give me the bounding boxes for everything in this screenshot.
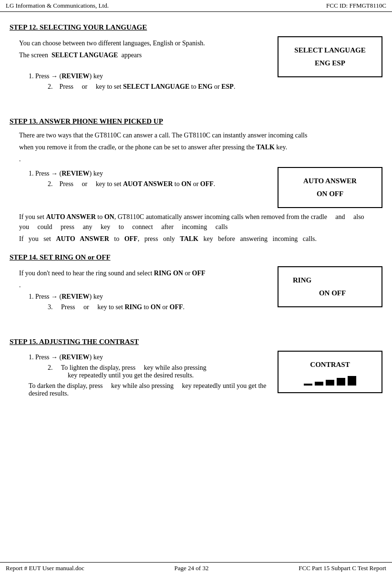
- step12-step1: 1. Press → (REVIEW) key: [29, 73, 268, 80]
- step14-step3: 3. Press or key to set RING to ON or OFF…: [48, 303, 268, 311]
- step-12-heading: STEP 12. SELECTING YOUR LANGUAGE: [10, 23, 382, 31]
- step15-screen-line1: CONTRAST: [288, 358, 372, 371]
- step15-step1: 1. Press → (REVIEW) key: [29, 354, 268, 361]
- step14-dot: .: [19, 280, 268, 290]
- step13-screen-line2: ON OFF: [288, 188, 372, 200]
- step15-screen: CONTRAST: [278, 351, 382, 393]
- contrast-bar-5: [348, 376, 356, 386]
- step13-para1: There are two ways that the GT8110C can …: [19, 130, 382, 140]
- contrast-bar-2: [315, 382, 323, 386]
- step14-screen-line1: RING: [288, 274, 372, 287]
- contrast-bar-3: [326, 380, 334, 386]
- step-13-heading: STEP 13. ANSWER PHONE WHEN PICKED UP: [10, 117, 382, 125]
- step14-screen-line2: ON OFF: [288, 287, 372, 300]
- step12-screen: SELECT LANGUAGE ENG ESP: [278, 36, 382, 77]
- step-12-section: STEP 12. SELECTING YOUR LANGUAGE You can…: [10, 23, 382, 93]
- step13-para2: when you remove it from the cradle, or t…: [19, 142, 382, 152]
- step13-screen: AUTO ANSWER ON OFF: [278, 167, 382, 208]
- step13-step2: 2. Press or key to set AUOT ANSWER to ON…: [48, 180, 268, 188]
- step14-step1: 1. Press → (REVIEW) key: [29, 293, 268, 301]
- step13-para4: If you set AUTO ANSWER to OFF, press onl…: [19, 234, 382, 244]
- step12-screen-line1: SELECT LANGUAGE: [288, 44, 372, 57]
- step14-screen: RING ON OFF: [278, 266, 382, 307]
- step15-step2: 2. To lighten the display, press key whi…: [48, 364, 268, 379]
- step13-para3: If you set AUTO ANSWER to ON, GT8110C au…: [19, 212, 382, 232]
- step-15-heading: STEP 15. ADJUSTING THE CONTRAST: [10, 338, 382, 346]
- step12-screen-line2: ENG ESP: [288, 57, 372, 70]
- step15-step3: To darken the display, press key while a…: [29, 382, 268, 397]
- step-15-section: STEP 15. ADJUSTING THE CONTRAST 1. Press…: [10, 338, 382, 400]
- contrast-bar-1: [304, 384, 312, 386]
- step12-step2: 2. Press or key to set SELECT LANGUAGE t…: [48, 83, 268, 91]
- step13-step1: 1. Press → (REVIEW) key: [29, 170, 268, 177]
- contrast-bars: [288, 375, 372, 386]
- header-left: LG Information & Communications, Ltd.: [6, 2, 109, 10]
- step14-para1: If you don't need to hear the ring sound…: [19, 268, 268, 278]
- footer-center: Page 24 of 32: [175, 564, 209, 572]
- step12-para2: The screen SELECT LANGUAGE appears: [19, 50, 268, 60]
- header-right: FCC ID: FFMGT8110C: [326, 2, 386, 10]
- contrast-bar-4: [337, 378, 345, 386]
- step-13-section: STEP 13. ANSWER PHONE WHEN PICKED UP The…: [10, 117, 382, 244]
- step13-dot: .: [19, 154, 382, 164]
- footer-left: Report # EUT User manual.doc: [6, 564, 84, 572]
- footer-right: FCC Part 15 Subpart C Test Report: [299, 564, 386, 572]
- step13-screen-line1: AUTO ANSWER: [288, 175, 372, 188]
- step-14-section: STEP 14. SET RING ON or OFF If you don't…: [10, 253, 382, 313]
- step12-para1: You can choose between two different lan…: [19, 38, 268, 48]
- step-14-heading: STEP 14. SET RING ON or OFF: [10, 253, 382, 261]
